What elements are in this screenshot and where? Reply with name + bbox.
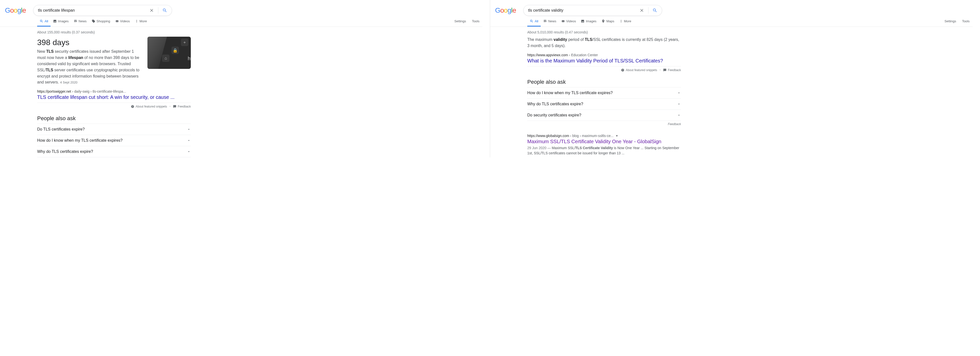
result-tabs: AllNewsVideosImagesMapsMoreSettingsTools	[490, 16, 972, 27]
tab-label: All	[45, 19, 48, 23]
result-cite: https://portswigger.net › daily-swig › t…	[37, 86, 191, 94]
people-also-ask-heading: People also ask	[37, 110, 482, 124]
featured-text: New TLS security certificates issued aft…	[37, 49, 143, 86]
home-icon: ⌂	[162, 54, 170, 62]
tab-label: Videos	[566, 19, 576, 23]
right-search-panel: Google AllNewsVideosImagesMapsMoreSettin…	[490, 0, 980, 157]
settings-link[interactable]: Settings	[452, 16, 469, 27]
tab-images[interactable]: Images	[51, 16, 71, 27]
chevron-down-icon	[677, 91, 681, 95]
featured-image[interactable]: ＋ 🔒 ⌂ htt	[148, 37, 191, 69]
tab-videos[interactable]: Videos	[559, 16, 579, 27]
feedback-link[interactable]: Feedback	[663, 68, 681, 72]
tab-all[interactable]: All	[527, 16, 541, 27]
google-logo[interactable]: Google	[5, 6, 26, 14]
result-cite: https://www.globalsign.com › blog › maxi…	[527, 130, 972, 138]
feedback-link[interactable]: Feedback	[173, 105, 191, 108]
tab-label: Shopping	[97, 19, 110, 23]
search-input[interactable]	[528, 8, 637, 13]
people-also-ask-heading: People also ask	[527, 74, 972, 87]
paa-question[interactable]: How do I know when my TLS certificate ex…	[37, 135, 191, 146]
paa-question[interactable]: How do I know when my TLS certificate ex…	[527, 87, 681, 99]
tab-all[interactable]: All	[37, 16, 51, 27]
result-menu-icon[interactable]: ▼	[614, 134, 619, 137]
tab-label: Images	[58, 19, 68, 23]
chevron-down-icon	[187, 138, 191, 143]
result-description: 29 Jun 2020 — Maximum SSL/TLS Certificat…	[527, 145, 681, 156]
featured-date: 4 Sept 2020	[60, 81, 77, 84]
search-icon[interactable]	[650, 5, 660, 15]
cite-domain: https://portswigger.net	[37, 89, 71, 94]
featured-title: 398 days	[37, 37, 143, 49]
tab-label: Maps	[606, 19, 614, 23]
paa-question[interactable]: Why do TLS certificates expire?	[37, 146, 191, 157]
tab-label: All	[535, 19, 538, 23]
people-also-ask: How do I know when my TLS certificate ex…	[527, 87, 681, 121]
chevron-down-icon	[187, 149, 191, 154]
paa-question[interactable]: Why do TLS certificates expire?	[527, 99, 681, 110]
paa-question[interactable]: Do security certificates expire?	[527, 110, 681, 121]
cite-path: › blog › maximum-ssltls-ce...	[570, 134, 614, 138]
featured-snippet: 398 days New TLS security certificates i…	[37, 37, 191, 100]
tab-videos[interactable]: Videos	[113, 16, 132, 27]
paa-question[interactable]: Do TLS certificates expire?	[37, 124, 191, 135]
tab-more[interactable]: More	[132, 16, 150, 27]
tab-label: Videos	[120, 19, 130, 23]
tab-more[interactable]: More	[617, 16, 634, 27]
about-featured-snippets[interactable]: About featured snippets	[131, 105, 167, 108]
search-icon[interactable]	[160, 5, 170, 15]
plus-icon: ＋	[181, 39, 188, 46]
paa-feedback[interactable]: Feedback	[527, 121, 681, 130]
tab-label: Images	[586, 19, 597, 23]
tab-news[interactable]: News	[71, 16, 89, 27]
tab-maps[interactable]: Maps	[599, 16, 617, 27]
search-box[interactable]	[523, 5, 662, 16]
result-stats: About 5,010,000 results (0.47 seconds)	[527, 27, 972, 37]
tab-shopping[interactable]: Shopping	[89, 16, 113, 27]
result-link[interactable]: What is the Maximum Validity Period of T…	[527, 57, 681, 64]
cite-path: › Education Center	[569, 53, 598, 57]
about-featured-snippets[interactable]: About featured snippets	[621, 68, 657, 72]
left-search-panel: Google AllImagesNewsShoppingVideosMoreSe…	[0, 0, 490, 157]
searchbox-separator	[648, 7, 649, 14]
results-area: The maximum validity period of TLS/SSL c…	[527, 37, 972, 156]
lock-icon: 🔒	[172, 46, 179, 54]
chevron-down-icon	[677, 113, 681, 117]
search-box[interactable]	[33, 5, 172, 16]
search-input[interactable]	[38, 8, 147, 13]
cite-domain: https://www.globalsign.com	[527, 134, 569, 138]
clear-icon[interactable]	[147, 5, 157, 15]
google-logo[interactable]: Google	[495, 6, 516, 14]
result-tabs: AllImagesNewsShoppingVideosMoreSettingsT…	[0, 16, 482, 27]
results-area: 398 days New TLS security certificates i…	[37, 37, 482, 157]
clear-icon[interactable]	[637, 5, 647, 15]
tab-label: News	[78, 19, 87, 23]
chevron-down-icon	[677, 102, 681, 106]
result-stats: About 155,000 results (0.37 seconds)	[37, 27, 482, 37]
settings-link[interactable]: Settings	[942, 16, 959, 27]
tab-label: More	[624, 19, 632, 23]
tab-label: More	[140, 19, 147, 23]
tab-label: News	[548, 19, 556, 23]
featured-snippet: The maximum validity period of TLS/SSL c…	[527, 37, 681, 64]
chevron-down-icon	[187, 127, 191, 131]
people-also-ask: Do TLS certificates expire?How do I know…	[37, 124, 191, 157]
result-cite: https://www.appviewx.com › Education Cen…	[527, 49, 681, 57]
tools-link[interactable]: Tools	[469, 16, 482, 27]
tab-news[interactable]: News	[541, 16, 559, 27]
result-link[interactable]: TLS certificate lifespan cut short: A wi…	[37, 94, 191, 100]
tab-images[interactable]: Images	[578, 16, 599, 27]
tools-link[interactable]: Tools	[959, 16, 972, 27]
cite-path: › daily-swig › tls-certificate-lifespa..…	[72, 89, 126, 94]
cite-domain: https://www.appviewx.com	[527, 53, 568, 57]
result-link[interactable]: Maximum SSL/TLS Certificate Validity One…	[527, 138, 972, 145]
featured-text: The maximum validity period of TLS/SSL c…	[527, 37, 681, 49]
